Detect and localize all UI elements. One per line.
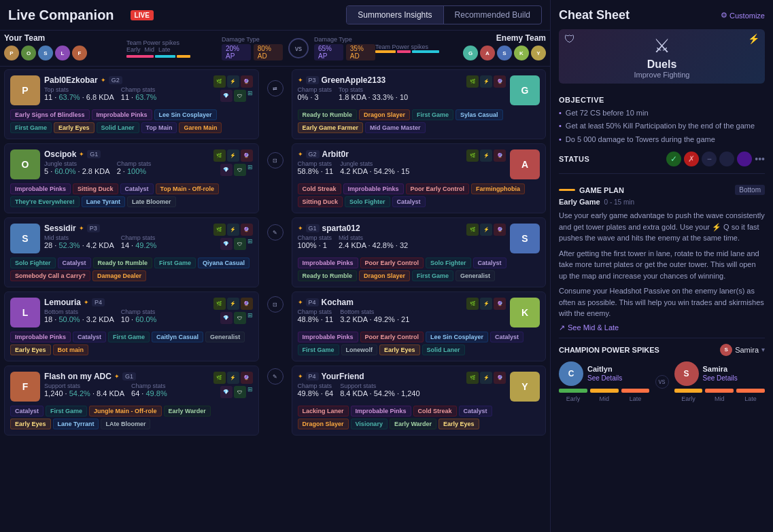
game-plan-header: GAME PLAN Bottom (559, 185, 765, 195)
item-4: 💎 (220, 90, 233, 102)
player-5-name-row: Flash on my ADC ✦ G1 (44, 372, 209, 381)
vs-icon-4: ⊡ (267, 296, 284, 313)
item-1: 🌿 (213, 75, 226, 88)
teams-header-row: Your Team P O S L F Team Power spikes Ea… (0, 31, 550, 67)
tag: Top Main (141, 122, 177, 133)
player-1-games: 11 · 63.7% · 6.8 KDA (44, 93, 114, 101)
enemy-4-tags: Improbable Pinks Poor Early Control Lee … (298, 332, 540, 355)
vs-divider: ⇄ ⊡ ✎ ⊡ ✎ (263, 67, 288, 532)
tag: Early Warder (390, 419, 436, 429)
player-4-info: Lemouria ✦ P4 Bottom stats 18 · 50.0% · … (44, 298, 209, 323)
customize-button[interactable]: ⚙ Customize (721, 11, 765, 20)
game-plan-bar (559, 189, 575, 191)
tag: First Game (298, 344, 339, 355)
enemy-2-name: Arbit0r (322, 149, 349, 159)
tag: Lee Sin Cosplayer (154, 109, 217, 120)
player-3-name-row: Sessidir ✦ P3 (44, 224, 209, 233)
early-game-time: 0 - 15 min (604, 198, 634, 206)
tag: Early Eyes (439, 419, 479, 429)
player-4-header: L Lemouria ✦ P4 Bottom stats 18 · 50.0% … (10, 298, 253, 327)
samira-see-details[interactable]: See Details (703, 374, 738, 382)
player-3-header: S Sessidir ✦ P3 Mid stats 28 · 52.3% · 4… (10, 224, 253, 253)
tag: Dragon Slayer (359, 270, 410, 281)
status-more-icon[interactable]: ••• (755, 154, 765, 164)
tag: First Game (108, 332, 150, 342)
enemy-5-tags: Lacking Laner Improbable Pinks Cold Stre… (298, 406, 540, 429)
item: 💎 (220, 312, 233, 324)
tag: Lonewolf (341, 344, 378, 355)
enemy-3-name: sparta012 (322, 224, 360, 233)
tab-summoners[interactable]: Summoners Insights (347, 6, 443, 24)
player-2-icons: 🌿 ⚡ 🔮 💎 🛡 ⊞ (213, 149, 253, 176)
player-1-rank: G2 (109, 76, 122, 84)
enemy-5-stats: Champ stats 49.8% · 64 Support stats 8.4… (298, 383, 463, 397)
item: ⚡ (480, 224, 492, 236)
player-2-avatar: O (10, 149, 40, 179)
item-2: ⚡ (227, 75, 239, 88)
game-plan-title: GAME PLAN (579, 186, 624, 194)
enemy-4-header: ✦ P4 Kocham Champ stats 48.8% · 11 (298, 298, 540, 327)
tag: Somebody Call a Carry? (10, 270, 90, 281)
player-2-stats: Jungle stats 5 · 60.0% · 2.8 KDA Champ s… (44, 160, 209, 175)
tag: First Game (412, 109, 453, 120)
expand-icon-2[interactable]: ⊞ (247, 164, 253, 176)
ps-header: CHAMPION POWER SPIKES S Samira ▾ (559, 344, 765, 356)
status-circle-5 (737, 152, 752, 166)
caitlyn-see-details[interactable]: See Details (587, 374, 622, 382)
enemy-power-spikes: Team Power spikes (375, 43, 443, 53)
tag: Dragon Slayer (359, 109, 410, 120)
player-1-icons: 🌿 ⚡ 🔮 💎 🛡 ⊞ (213, 75, 253, 102)
tag: Top Main - Off-role (156, 183, 219, 194)
tag: Solo Fighter (10, 258, 56, 268)
item: 🔮 (494, 149, 506, 162)
early-game-label: Early Game (559, 198, 600, 206)
duel-sub: Improve Fighting (634, 71, 690, 79)
tag: Early Eyes (10, 419, 51, 429)
expand-icon-1[interactable]: ⊞ (247, 90, 253, 102)
enemy-2-stats: Champ stats 58.8% · 11 Jungle stats 4.2 … (298, 160, 463, 175)
your-champ-1: P (4, 46, 19, 60)
item: 🔮 (241, 298, 253, 310)
item: ⚡ (227, 224, 239, 236)
enemy-1-rank: P3 (306, 76, 319, 84)
enemy-player-1: ✦ P3 GreenApple2133 Champ stats 0% · 3 (292, 69, 547, 139)
expand-icon-4[interactable]: ⊞ (247, 312, 253, 324)
tag: Poor Early Control (406, 183, 470, 194)
enemy-champ-1: G (463, 46, 478, 60)
player-5-icons: 🌿 ⚡ 🔮 💎 🛡 ⊞ (213, 372, 253, 398)
player-4-rank: P4 (92, 298, 105, 306)
your-champ-5: F (72, 46, 87, 60)
tag: Catalyst (58, 258, 91, 268)
player-1-tags: Early Signs of Blindless Improbable Pink… (10, 109, 253, 133)
enemy-2-rank: G2 (306, 150, 320, 158)
tag: Catalyst (392, 196, 426, 207)
enemy-ad: 35% AD (346, 44, 375, 60)
samira-selector[interactable]: S Samira ▾ (720, 344, 765, 356)
tag: Sitting Duck (73, 183, 118, 194)
player-5-stats: Support stats 1,240 · 54.2% · 8.4 KDA Ch… (44, 383, 209, 397)
status-row: Status ✓ ✗ − ••• (559, 152, 765, 166)
item: ⚡ (227, 372, 239, 384)
tag: They're Everywhere! (10, 196, 80, 207)
item: 🛡 (234, 238, 246, 250)
tab-recommended[interactable]: Recommended Build (444, 6, 541, 24)
duel-icon: ⚔ (634, 35, 690, 57)
player-3-rank: P3 (87, 224, 100, 232)
tag: Solo Fighter (426, 258, 471, 268)
tag: First Game (412, 270, 453, 281)
expand-icon-3[interactable]: ⊞ (247, 238, 253, 250)
item: 🔮 (241, 149, 253, 162)
see-mid-late-button[interactable]: ↗ See Mid & Late (559, 323, 765, 332)
expand-icon-5[interactable]: ⊞ (247, 386, 253, 398)
enemy-3-header: ✦ G1 sparta012 Champ stats 100% · 1 (298, 224, 540, 253)
player-3-icons: 🌿 ⚡ 🔮 💎 🛡 ⊞ (213, 224, 253, 250)
enemy-4-stats: Champ stats 48.8% · 11 Bottom stats 3.2 … (298, 308, 463, 323)
tag: Ready to Rumble (298, 109, 358, 120)
item: 💎 (220, 386, 233, 398)
player-1-header: P Pabl0Ezkobar ✦ G2 Top stats 11 · 63.7% (10, 75, 253, 105)
left-panel: Live Companion LIVE Summoners Insights R… (0, 0, 551, 532)
player-5-info: Flash on my ADC ✦ G1 Support stats 1,240… (44, 372, 209, 397)
item: 🌿 (213, 298, 226, 310)
item: 💎 (220, 164, 233, 176)
tag: Lacking Laner (298, 406, 349, 416)
